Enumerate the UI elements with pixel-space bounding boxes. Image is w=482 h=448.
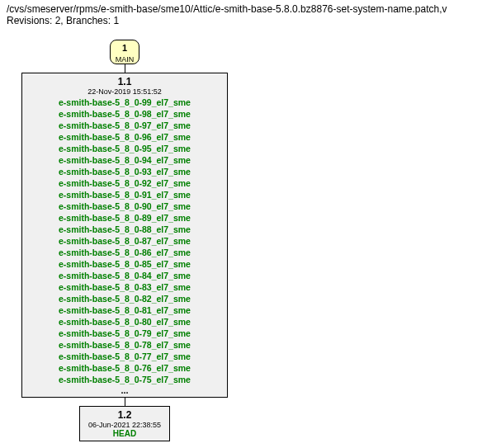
revision-box-1-2[interactable]: 1.2 06-Jun-2021 22:38:55 HEAD <box>79 406 170 441</box>
branch-number: 1 <box>111 42 139 54</box>
tag-entry: e-smith-base-5_8_0-77_el7_sme <box>24 351 225 362</box>
revision-date: 22-Nov-2019 15:51:52 <box>24 87 225 96</box>
tag-entry: e-smith-base-5_8_0-76_el7_sme <box>24 362 225 374</box>
branch-box-main[interactable]: 1 MAIN <box>110 40 139 64</box>
tag-entry: e-smith-base-5_8_0-79_el7_sme <box>24 328 225 339</box>
tag-entry: e-smith-base-5_8_0-95_el7_sme <box>24 143 225 154</box>
tag-entry: e-smith-base-5_8_0-84_el7_sme <box>24 270 225 281</box>
tag-entry: e-smith-base-5_8_0-87_el7_sme <box>24 235 225 247</box>
tags-ellipsis: ... <box>24 385 225 395</box>
tag-entry: e-smith-base-5_8_0-75_el7_sme <box>24 374 225 385</box>
tag-list: e-smith-base-5_8_0-99_el7_smee-smith-bas… <box>24 97 225 385</box>
header-revisions: Revisions: 2, Branches: 1 <box>7 15 482 26</box>
tag-entry: e-smith-base-5_8_0-81_el7_sme <box>24 304 225 316</box>
tag-entry: e-smith-base-5_8_0-94_el7_sme <box>24 154 225 166</box>
tag-entry: e-smith-base-5_8_0-91_el7_sme <box>24 189 225 200</box>
header-path: /cvs/smeserver/rpms/e-smith-base/sme10/A… <box>7 3 482 15</box>
revision-graph: 1 MAIN 1.1 22-Nov-2019 15:51:52 e-smith-… <box>7 35 469 439</box>
tag-entry: e-smith-base-5_8_0-92_el7_sme <box>24 177 225 189</box>
tag-entry: e-smith-base-5_8_0-82_el7_sme <box>24 293 225 304</box>
tag-entry: e-smith-base-5_8_0-90_el7_sme <box>24 200 225 212</box>
tag-entry: e-smith-base-5_8_0-98_el7_sme <box>24 108 225 120</box>
tag-entry: e-smith-base-5_8_0-80_el7_sme <box>24 316 225 328</box>
tag-entry: e-smith-base-5_8_0-93_el7_sme <box>24 166 225 177</box>
revision-number: 1.2 <box>82 409 168 421</box>
revision-number: 1.1 <box>24 76 225 87</box>
tag-entry: e-smith-base-5_8_0-85_el7_sme <box>24 258 225 270</box>
revision-box-1-1[interactable]: 1.1 22-Nov-2019 15:51:52 e-smith-base-5_… <box>21 73 228 398</box>
tag-entry: e-smith-base-5_8_0-96_el7_sme <box>24 131 225 143</box>
tag-entry: e-smith-base-5_8_0-83_el7_sme <box>24 281 225 293</box>
tag-entry: e-smith-base-5_8_0-88_el7_sme <box>24 224 225 235</box>
tag-entry: e-smith-base-5_8_0-99_el7_sme <box>24 97 225 108</box>
revision-date: 06-Jun-2021 22:38:55 <box>82 421 168 429</box>
tag-entry: e-smith-base-5_8_0-78_el7_sme <box>24 339 225 351</box>
head-label: HEAD <box>82 429 168 438</box>
tag-entry: e-smith-base-5_8_0-97_el7_sme <box>24 120 225 131</box>
tag-entry: e-smith-base-5_8_0-86_el7_sme <box>24 247 225 258</box>
connector-line <box>125 398 125 406</box>
tag-entry: e-smith-base-5_8_0-89_el7_sme <box>24 212 225 224</box>
branch-label: MAIN <box>111 54 139 65</box>
connector-line <box>125 64 125 73</box>
